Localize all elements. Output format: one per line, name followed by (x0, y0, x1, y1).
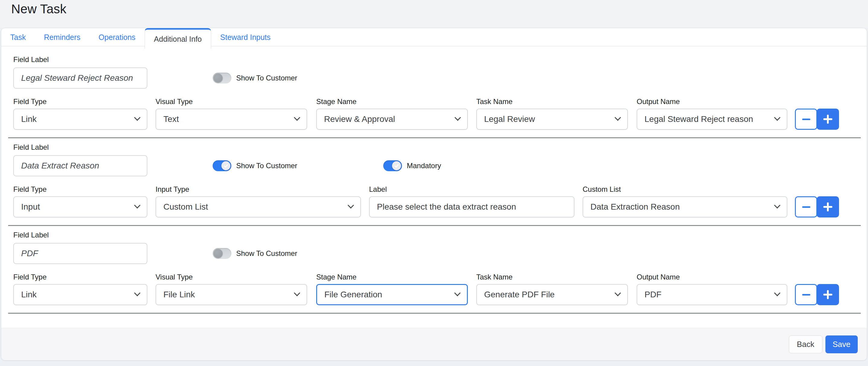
plus-icon (823, 202, 832, 212)
field-label-input[interactable] (13, 67, 147, 89)
field-type-select[interactable]: Link (13, 284, 147, 305)
save-button[interactable]: Save (826, 335, 858, 353)
chevron-down-icon (294, 290, 300, 296)
stage-name-select[interactable]: Review & Approval (316, 109, 468, 130)
field-label-label: Field Label (13, 55, 867, 64)
page-title: New Task (11, 2, 66, 16)
input-type-select[interactable]: Custom List (156, 196, 361, 218)
row-stepper (795, 196, 839, 218)
remove-row-button[interactable] (795, 284, 817, 305)
toggle-knob-icon (214, 74, 223, 83)
chevron-down-icon (615, 114, 621, 121)
chevron-down-icon (348, 202, 354, 208)
task-name-select[interactable]: Legal Review (476, 109, 628, 130)
show-to-customer-toggle[interactable] (213, 73, 231, 83)
stage-name-label: Stage Name (316, 273, 468, 281)
field-type-select[interactable]: Link (13, 109, 147, 130)
task-name-select[interactable]: Generate PDF File (476, 284, 628, 305)
label-input[interactable] (369, 196, 575, 218)
page-header: New Task (0, 0, 868, 28)
output-name-label: Output Name (637, 273, 787, 281)
field-label-input[interactable] (13, 155, 147, 176)
field-label-label: Field Label (13, 143, 867, 151)
chevron-down-icon (294, 114, 300, 121)
chevron-down-icon (134, 114, 141, 121)
field-type-label: Field Type (13, 186, 147, 193)
show-to-customer-toggle-group: Show To Customer (213, 243, 297, 264)
field-label-input[interactable] (13, 243, 147, 264)
custom-list-select[interactable]: Data Extraction Reason (583, 196, 787, 218)
chevron-down-icon (134, 290, 141, 296)
tab-reminders[interactable]: Reminders (35, 28, 89, 46)
toggle-knob-icon (392, 161, 401, 170)
chevron-down-icon (774, 202, 780, 208)
show-to-customer-toggle-group: Show To Customer (213, 67, 297, 89)
chevron-down-icon (134, 202, 141, 208)
mandatory-toggle-group: Mandatory (383, 155, 441, 176)
plus-icon (823, 115, 832, 124)
minus-icon (802, 294, 810, 295)
visual-type-label: Visual Type (156, 98, 307, 106)
output-name-select[interactable]: Legal Steward Reject reason (637, 109, 787, 130)
output-name-select[interactable]: PDF (637, 284, 787, 305)
check-icon (395, 163, 399, 168)
chevron-down-icon (774, 290, 780, 296)
label-label: Label (369, 186, 575, 193)
new-task-card: Task Reminders Operations Additional Inf… (1, 28, 867, 361)
check-icon (224, 163, 228, 168)
remove-row-button[interactable] (795, 196, 817, 218)
show-to-customer-toggle[interactable] (213, 160, 231, 171)
toggle-knob-icon (214, 249, 223, 258)
tab-task[interactable]: Task (1, 28, 35, 46)
minus-icon (802, 206, 810, 208)
field-label-label: Field Label (13, 231, 867, 239)
tab-steward-inputs[interactable]: Steward Inputs (211, 28, 280, 46)
back-button[interactable]: Back (789, 335, 823, 353)
field-row-1: Field Label Show To Customer Field Type … (13, 46, 867, 138)
field-row-3: Field Label Show To Customer Field Type … (13, 226, 867, 314)
input-type-label: Input Type (156, 186, 361, 193)
field-row-2: Field Label Show To Customer (13, 138, 867, 226)
additional-info-panel: Field Label Show To Customer Field Type … (1, 46, 867, 314)
chevron-down-icon (615, 290, 621, 296)
field-type-select[interactable]: Input (13, 196, 147, 218)
tab-operations[interactable]: Operations (89, 28, 144, 46)
plus-icon (823, 290, 832, 299)
row-stepper (795, 109, 839, 130)
mandatory-toggle[interactable] (383, 160, 402, 171)
field-type-label: Field Type (13, 273, 147, 281)
stage-name-select[interactable]: File Generation (316, 284, 468, 305)
task-name-label: Task Name (476, 273, 628, 281)
toggle-label: Show To Customer (236, 249, 297, 258)
task-name-label: Task Name (476, 98, 628, 106)
custom-list-label: Custom List (583, 186, 787, 193)
show-to-customer-toggle-group: Show To Customer (213, 155, 297, 176)
output-name-label: Output Name (637, 98, 787, 106)
remove-row-button[interactable] (795, 109, 817, 130)
minus-icon (802, 119, 810, 120)
stage-name-label: Stage Name (316, 98, 468, 106)
add-row-button[interactable] (817, 284, 839, 305)
row-separator (8, 313, 861, 314)
visual-type-select[interactable]: File Link (156, 284, 307, 305)
toggle-label: Show To Customer (236, 162, 297, 170)
chevron-down-icon (454, 290, 461, 296)
tab-additional-info[interactable]: Additional Info (145, 28, 211, 49)
chevron-down-icon (455, 114, 461, 121)
add-row-button[interactable] (817, 196, 839, 218)
footer-bar: Back Save (1, 328, 867, 360)
field-type-label: Field Type (13, 98, 147, 106)
add-row-button[interactable] (817, 109, 839, 130)
toggle-label: Mandatory (407, 162, 441, 170)
tab-bar: Task Reminders Operations Additional Inf… (1, 28, 867, 46)
toggle-knob-icon (221, 161, 230, 170)
chevron-down-icon (774, 114, 780, 121)
row-stepper (795, 284, 839, 305)
visual-type-label: Visual Type (156, 273, 307, 281)
show-to-customer-toggle[interactable] (213, 248, 231, 259)
toggle-label: Show To Customer (236, 74, 297, 82)
visual-type-select[interactable]: Text (156, 109, 307, 130)
